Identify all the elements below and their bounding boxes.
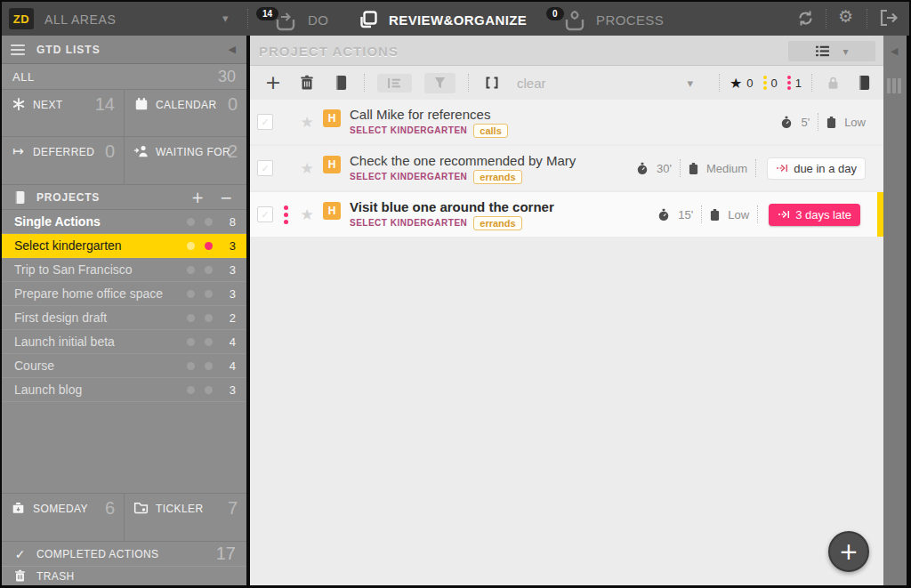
clear-filters-label[interactable]: clear <box>517 76 546 91</box>
gtd-lists-title: GTD LISTS <box>36 44 101 56</box>
sidebar-collapse-icon[interactable]: ◀ <box>229 44 236 55</box>
someday-count: 6 <box>105 498 115 519</box>
pink-counter-dot <box>205 386 213 394</box>
process-tray-icon <box>562 10 587 32</box>
pink-counter-dot <box>205 338 213 346</box>
task-tag[interactable]: calls <box>473 124 507 138</box>
timer-icon <box>636 162 649 175</box>
process-count-badge: 0 <box>546 7 564 20</box>
panel-drag-handle[interactable] <box>887 78 901 93</box>
panel-collapse-icon[interactable]: ◀ <box>891 45 898 57</box>
waiting-person-icon <box>133 144 149 157</box>
yellow-dots-counter[interactable]: 0 <box>763 76 778 90</box>
star-toggle-icon[interactable]: ★ <box>298 205 316 223</box>
filter-chevron-icon[interactable]: ▾ <box>687 77 693 90</box>
add-task-fab[interactable]: + <box>828 531 869 572</box>
sidebar-item-tickler[interactable]: TICKLER 7 <box>125 494 246 541</box>
task-tag[interactable]: errands <box>473 170 521 184</box>
task-project-label[interactable]: SELECT KINDERGARTEN <box>350 125 467 135</box>
priority-badge[interactable]: H <box>323 109 341 127</box>
timer-icon <box>780 116 793 129</box>
timer-icon <box>657 208 670 222</box>
drag-handle-icon[interactable] <box>284 205 288 224</box>
completed-label: COMPLETED ACTIONS <box>36 548 207 560</box>
task-title[interactable]: Visit blue one around the corner <box>350 199 657 214</box>
arrow-to-bar-icon <box>778 210 790 219</box>
area-selector[interactable]: ALL AREAS <box>44 12 116 27</box>
task-title[interactable]: Check the one recommended by Mary <box>350 153 636 168</box>
someday-box-icon <box>11 501 26 515</box>
due-badge[interactable]: due in a day <box>767 157 866 180</box>
delete-action-button[interactable] <box>296 72 318 93</box>
project-row-select-kindergarten[interactable]: Select kindergarten 3 <box>2 234 246 258</box>
tab-do[interactable]: 14 DO <box>256 5 350 34</box>
sidebar-item-waiting-for[interactable]: WAITING FOR 2 <box>125 137 246 184</box>
workspace-badge[interactable]: ZD <box>9 8 34 29</box>
sidebar-item-completed-actions[interactable]: ✓ COMPLETED ACTIONS 17 <box>2 541 246 566</box>
project-row-course[interactable]: Course 4 <box>2 354 246 378</box>
sidebar-item-next[interactable]: NEXT 14 <box>2 90 125 137</box>
project-row-single-actions[interactable]: Single Actions 8 <box>2 210 246 234</box>
star-toggle-icon[interactable]: ★ <box>298 159 316 177</box>
chevron-down-icon[interactable]: ▾ <box>222 12 229 25</box>
selection-brackets-icon[interactable] <box>481 72 503 93</box>
toolbar-right: ▾ ★ 0 0 1 <box>687 66 875 100</box>
task-checkbox[interactable]: ✓ <box>257 160 273 176</box>
task-time: 15' <box>678 208 693 222</box>
sidebar-item-someday[interactable]: SOMEDAY 6 <box>2 494 125 541</box>
battery-icon <box>826 116 836 129</box>
move-to-project-button[interactable] <box>330 72 351 93</box>
task-project-label[interactable]: SELECT KINDERGARTEN <box>350 172 467 181</box>
project-row-design-draft[interactable]: First design draft 2 <box>2 306 246 330</box>
sidebar-item-all[interactable]: ALL 30 <box>2 64 246 90</box>
sidebar-item-trash[interactable]: TRASH <box>2 566 246 585</box>
add-project-button[interactable]: + <box>188 189 207 206</box>
task-checkbox[interactable]: ✓ <box>257 206 273 222</box>
task-row-call-mike[interactable]: ✓ ★ H Call Mike for references SELECT KI… <box>250 100 883 144</box>
project-row-launch-blog[interactable]: Launch blog 3 <box>2 378 246 402</box>
yellow-counter-dot <box>187 266 195 274</box>
hamburger-icon[interactable] <box>11 44 25 55</box>
calendar-count: 0 <box>228 94 238 115</box>
outline-button-disabled[interactable] <box>377 74 412 93</box>
sidebar-item-calendar[interactable]: CALENDAR 0 <box>125 90 246 137</box>
view-mode-button[interactable]: ▾ <box>788 41 875 61</box>
task-checkbox[interactable]: ✓ <box>257 114 273 130</box>
pink-dots-counter[interactable]: 1 <box>787 76 802 90</box>
priority-badge[interactable]: H <box>323 202 341 220</box>
someday-label: SOMEDAY <box>33 501 88 515</box>
projects-header: PROJECTS + − <box>2 185 246 210</box>
yellow-dots-icon <box>763 76 767 90</box>
sidebar-item-deferred[interactable]: ↦ DEFERRED 0 <box>2 137 125 184</box>
task-row-visit-blue-one[interactable]: ✓ ★ H Visit blue one around the corner S… <box>250 192 883 237</box>
overdue-badge[interactable]: 3 days late <box>769 204 860 226</box>
settings-gear-icon[interactable]: ⚙ <box>838 7 853 25</box>
tab-review-organize[interactable]: REVIEW&ORGANIZE <box>358 10 527 30</box>
project-row-trip[interactable]: Trip to San Francisco 3 <box>2 258 246 282</box>
next-asterisk-icon <box>11 97 26 111</box>
project-row-initial-beta[interactable]: Launch initial beta 4 <box>2 330 246 354</box>
task-list: ✓ ★ H Call Mike for references SELECT KI… <box>250 100 883 238</box>
lock-icon[interactable] <box>822 72 843 93</box>
filter-button-disabled[interactable] <box>424 73 456 93</box>
task-project-label[interactable]: SELECT KINDERGARTEN <box>350 218 467 228</box>
project-row-home-office[interactable]: Prepare home office space 3 <box>2 282 246 306</box>
logout-icon[interactable] <box>879 9 899 27</box>
task-title[interactable]: Call Mike for references <box>350 107 780 122</box>
right-panel-strip[interactable]: ◀ <box>883 36 907 585</box>
starred-counter[interactable]: ★ 0 <box>730 75 754 92</box>
gtd-lists-grid: NEXT 14 CALENDAR 0 ↦ DEFERRED 0 WAITING … <box>2 90 246 185</box>
tab-process[interactable]: 0 PROCESS <box>546 5 662 34</box>
sync-icon[interactable] <box>796 9 815 28</box>
next-count: 14 <box>95 94 115 115</box>
star-toggle-icon[interactable]: ★ <box>298 113 316 131</box>
priority-badge[interactable]: H <box>323 156 341 173</box>
notebook-icon[interactable] <box>853 72 875 93</box>
divider <box>247 9 248 28</box>
process-tab-label: PROCESS <box>596 12 664 28</box>
add-action-button[interactable]: + <box>262 72 284 93</box>
remove-project-button[interactable]: − <box>216 189 236 206</box>
task-tag[interactable]: errands <box>473 216 521 230</box>
task-row-check-recommended[interactable]: ✓ ★ H Check the one recommended by Mary … <box>250 146 883 190</box>
deferred-arrow-icon: ↦ <box>11 144 26 158</box>
